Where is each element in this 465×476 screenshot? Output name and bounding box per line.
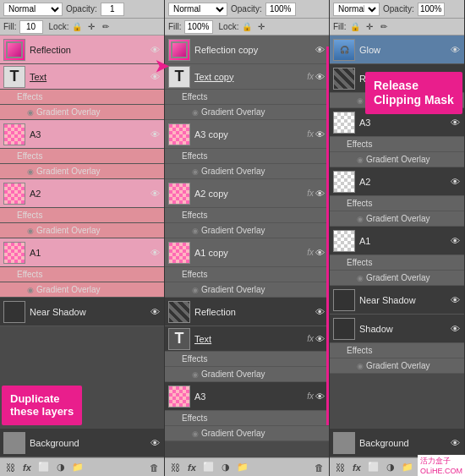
mask-footer-right[interactable]: ⬜ (367, 461, 380, 474)
layer-a1-copy[interactable]: A1 copy fx 👁 (165, 238, 329, 267)
layer-text-left[interactable]: T Text 👁 (0, 64, 164, 90)
eye-reflection-mid[interactable]: 👁 (314, 306, 326, 318)
mask-footer-mid[interactable]: ⬜ (202, 461, 216, 474)
fx-footer-mid[interactable]: fx (185, 461, 199, 474)
eye-a2-left[interactable]: 👁 (149, 188, 161, 200)
layer-background-right[interactable]: Background 👁 (330, 429, 464, 457)
eye-a1-copy[interactable]: 👁 (314, 247, 326, 259)
eye-nearshadow-left[interactable]: 👁 (149, 306, 161, 318)
eye-background-right[interactable]: 👁 (449, 437, 461, 449)
sub-text-gradient-left: ◉ Gradient Overlay (0, 105, 164, 120)
layer-shadow-right[interactable]: Shadow 👁 (330, 315, 464, 343)
layer-nearshadow-left[interactable]: Near Shadow 👁 (0, 298, 164, 326)
a2-copy-gradient-label: Gradient Overlay (201, 226, 265, 235)
layer-a1-right[interactable]: A1 👁 (330, 227, 464, 255)
eye-a3-right[interactable]: 👁 (449, 117, 461, 129)
eye-a3-copy[interactable]: 👁 (314, 129, 326, 140)
folder-footer-mid[interactable]: 📁 (236, 461, 249, 474)
layer-a3-left[interactable]: A3 👁 (0, 120, 164, 149)
layer-glow[interactable]: 🎧 Glow 👁 (330, 36, 464, 64)
eye-a1-right[interactable]: 👁 (449, 235, 461, 247)
opacity-input-left[interactable] (101, 3, 124, 16)
folder-footer-right[interactable]: 📁 (401, 461, 414, 474)
adjust-footer-left[interactable]: ◑ (54, 461, 68, 474)
layer-nearshadow-right[interactable]: Near Shadow 👁 (330, 286, 464, 315)
eye-a2-copy[interactable]: 👁 (314, 188, 326, 200)
eye-a3-mid[interactable]: 👁 (314, 391, 326, 402)
eye-a1-left[interactable]: 👁 (149, 247, 161, 259)
link-footer-right[interactable]: ⛓ (333, 461, 347, 474)
eye-a2-right[interactable]: 👁 (449, 176, 461, 188)
layer-text-copy[interactable]: T Text copy fx 👁 (165, 64, 329, 90)
blend-mode-select-left[interactable]: Normal (3, 3, 63, 16)
a2-effects-label-left: Effects (17, 211, 42, 220)
shadow-right-gradient-icon: ◉ (357, 362, 364, 370)
move-icon-right[interactable]: ✛ (364, 21, 375, 33)
fill-input-mid[interactable] (184, 20, 213, 34)
panel-right: Normal Opacity: Fill: 🔒 ✛ ✏ Release Clip… (330, 0, 465, 476)
trash-footer-mid[interactable]: 🗑 (312, 461, 326, 474)
layer-reflection-mid[interactable]: Reflection 👁 (165, 298, 329, 326)
eye-a3-left[interactable]: 👁 (149, 129, 161, 140)
link-footer-left[interactable]: ⛓ (3, 461, 17, 474)
fill-input-left[interactable] (19, 20, 43, 34)
folder-footer-left[interactable]: 📁 (71, 461, 85, 474)
eye-text-mid[interactable]: 👁 (314, 333, 326, 345)
layer-name-background-left: Background (30, 438, 149, 448)
eye-background-left[interactable]: 👁 (149, 437, 161, 449)
layer-a3-copy[interactable]: A3 copy fx 👁 (165, 120, 329, 149)
eye-shadow-right[interactable]: 👁 (449, 323, 461, 335)
a1-right-effects-label: Effects (347, 258, 372, 267)
layer-a2-right[interactable]: A2 👁 (330, 167, 464, 196)
adjust-footer-mid[interactable]: ◑ (219, 461, 232, 474)
mask-footer-left[interactable]: ⬜ (37, 461, 51, 474)
arrow-left-mid: ➤ (155, 56, 169, 76)
layer-a3-mid[interactable]: A3 fx 👁 (165, 382, 329, 411)
adjust-footer-right[interactable]: ◑ (384, 461, 397, 474)
sub-a3-gradient-left: ◉ Gradient Overlay (0, 164, 164, 179)
eye-text-copy[interactable]: 👁 (314, 71, 326, 83)
eye-glow[interactable]: 👁 (449, 44, 461, 56)
lock-icon-right[interactable]: 🔒 (349, 21, 361, 33)
text-copy-gradient-icon: ◉ (192, 108, 199, 117)
brush-icon-right[interactable]: ✏ (378, 21, 390, 33)
opacity-label-left: Opacity: (66, 4, 97, 14)
eye-reflection-copy[interactable]: 👁 (314, 44, 326, 56)
sub-a3-copy-effects: Effects (165, 149, 329, 164)
move-icon-mid[interactable]: ✛ (255, 21, 267, 33)
layer-a2-copy[interactable]: A2 copy fx 👁 (165, 179, 329, 208)
fx-footer-left[interactable]: fx (20, 461, 34, 474)
layer-a2-left[interactable]: A2 👁 (0, 179, 164, 208)
lock-label-mid: Lock: (219, 22, 239, 31)
sub-a1-copy-effects: Effects (165, 267, 329, 282)
a3-gradient-label-left: Gradient Overlay (36, 167, 101, 176)
layers-left: Reflection 👁 T Text 👁 Effects ◉ Gradient… (0, 36, 164, 476)
lock-icon-mid[interactable]: 🔒 (241, 21, 253, 33)
thumb-shadow-right (333, 318, 355, 340)
layer-name-reflection-copy: Reflection copy (194, 45, 314, 55)
layer-name-text-mid: Text (194, 334, 304, 344)
layer-text-mid[interactable]: T Text fx 👁 (165, 326, 329, 352)
lock-icon[interactable]: 🔒 (71, 21, 83, 33)
layer-reflection[interactable]: Reflection 👁 (0, 36, 164, 64)
opacity-input-mid[interactable] (265, 3, 296, 16)
eye-reflection[interactable]: 👁 (149, 44, 161, 56)
brush-icon[interactable]: ✏ (100, 21, 112, 33)
blend-mode-select-mid[interactable]: Normal (168, 3, 227, 16)
move-icon[interactable]: ✛ (85, 21, 97, 33)
opacity-input-right[interactable] (418, 3, 445, 16)
blend-mode-select-right[interactable]: Normal (333, 3, 380, 16)
layer-background-left[interactable]: Background 👁 (0, 429, 164, 457)
thumb-a1-left (3, 242, 25, 264)
layer-name-a1-copy: A1 copy (194, 248, 304, 258)
link-footer-mid[interactable]: ⛓ (168, 461, 182, 474)
a3-right-gradient-icon: ◉ (357, 156, 364, 164)
layer-reflection-copy[interactable]: Reflection copy 👁 (165, 36, 329, 64)
pink-border-mid (326, 47, 329, 425)
thumb-a1-right (333, 230, 355, 252)
eye-nearshadow-right[interactable]: 👁 (449, 294, 461, 306)
trash-footer-left[interactable]: 🗑 (147, 461, 161, 474)
layer-a1-left[interactable]: A1 👁 (0, 238, 164, 267)
fx-footer-right[interactable]: fx (350, 461, 364, 474)
gradient-icon-left: ◉ (27, 108, 34, 117)
